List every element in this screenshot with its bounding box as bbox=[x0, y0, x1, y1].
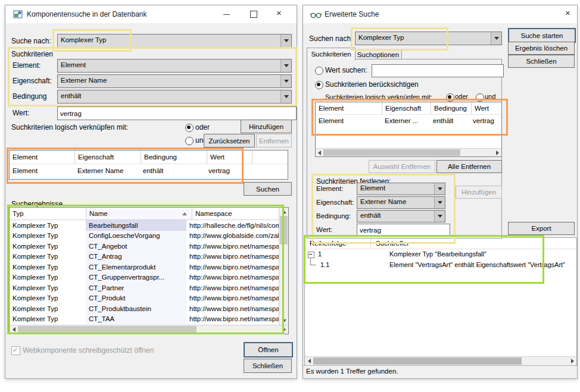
radio-suchkriterien-beruecksichtigen[interactable] bbox=[315, 81, 323, 89]
scroll-right-icon[interactable] bbox=[494, 149, 501, 156]
close-icon[interactable]: × bbox=[565, 8, 570, 18]
results-table[interactable]: Typ Name Namespace Komplexer TypBearbeit… bbox=[9, 207, 289, 334]
schliessen-button[interactable]: Schließen bbox=[508, 55, 575, 68]
table-row[interactable]: Komplexer TypConfigLoescheVorganghttp://… bbox=[10, 231, 279, 242]
tab-suchkriterien[interactable]: Suchkriterien bbox=[307, 48, 356, 60]
criteria-col-wert[interactable]: Wert bbox=[472, 102, 501, 114]
table-row[interactable]: Komplexer TypCT_Produktbausteinhttp://ww… bbox=[10, 303, 279, 314]
chevron-down-icon[interactable] bbox=[491, 32, 501, 45]
hinzufuegen-button[interactable]: Hinzufügen bbox=[456, 186, 502, 199]
criteria-col-eigenschaft[interactable]: Eigenschaft bbox=[382, 102, 431, 114]
chevron-down-icon[interactable] bbox=[434, 211, 445, 222]
table-row[interactable]: Komplexer TypCT_TAAhttp://www.bipro.net/… bbox=[10, 314, 279, 325]
schliessen-button[interactable]: Schließen bbox=[244, 359, 292, 373]
radio-und[interactable] bbox=[185, 137, 194, 145]
element-combo[interactable]: Element bbox=[57, 59, 292, 73]
chevron-down-icon[interactable] bbox=[280, 35, 291, 47]
criteria-col-wert[interactable]: Wert bbox=[207, 150, 252, 164]
suchen-nach-combo[interactable]: Komplexer Typ bbox=[355, 32, 502, 45]
wert-input[interactable] bbox=[57, 106, 297, 120]
ergebnis-loeschen-button[interactable]: Ergebnis löschen bbox=[508, 42, 575, 55]
criteria-col-bedingung[interactable]: Bedingung bbox=[141, 150, 207, 164]
bedingung-combo[interactable]: enthält bbox=[357, 210, 445, 222]
bedingung-combo[interactable]: enthält bbox=[57, 90, 292, 104]
col-reihenfolge[interactable]: Reihenfolge bbox=[305, 238, 371, 249]
table-row[interactable]: Komplexer TypCT_Gruppenvertragspr...http… bbox=[10, 272, 279, 283]
criteria-row[interactable]: Element Externer Name enthält vertrag bbox=[10, 164, 288, 177]
criteria-col-bedingung[interactable]: Bedingung bbox=[431, 102, 472, 114]
zuruecksetzen-button[interactable]: Zurücksetzen bbox=[204, 134, 255, 148]
wert-suchen-input[interactable] bbox=[372, 64, 504, 77]
table-row[interactable]: Komplexer TypCT_Partnerhttp://www.bipro.… bbox=[10, 283, 279, 293]
eigenschaft-combo[interactable]: Externer Name bbox=[57, 74, 292, 88]
criteria-table[interactable]: Element Eigenschaft Bedingung Wert Eleme… bbox=[9, 150, 288, 180]
scroll-down-icon[interactable] bbox=[279, 316, 288, 325]
export-button[interactable]: Export bbox=[508, 222, 575, 235]
cell-namespace: http://www.bipro.net/namespace/ bbox=[186, 314, 279, 325]
results-col-name[interactable]: Name bbox=[86, 208, 192, 219]
criteria-col-element[interactable]: Element bbox=[316, 102, 382, 114]
hscroll-thumb[interactable] bbox=[18, 326, 197, 333]
col-suchtreffer[interactable]: Suchtreffer bbox=[371, 238, 576, 249]
radio-wert-suchen[interactable] bbox=[315, 67, 323, 75]
criteria-table[interactable]: Element Eigenschaft Bedingung Wert Eleme… bbox=[315, 102, 502, 157]
element-value: Element bbox=[357, 183, 434, 195]
vertical-scrollbar[interactable] bbox=[279, 208, 288, 325]
criteria-col-element[interactable]: Element bbox=[10, 150, 75, 164]
suche-starten-button[interactable]: Suche starten bbox=[508, 28, 576, 43]
result-order: 1.1 bbox=[320, 261, 329, 268]
readonly-checkbox[interactable] bbox=[11, 346, 20, 355]
scroll-right-icon[interactable] bbox=[568, 357, 576, 365]
cell-name: CT_Antrag bbox=[86, 252, 186, 262]
table-row[interactable]: Komplexer TypCT_Produkthttp://www.bipro.… bbox=[10, 293, 279, 304]
scroll-left-icon[interactable] bbox=[305, 357, 313, 365]
scroll-left-icon[interactable] bbox=[316, 149, 323, 156]
table-row[interactable]: Komplexer TypCT_Antraghttp://www.bipro.n… bbox=[10, 252, 279, 262]
result-tree[interactable]: Reihenfolge Suchtreffer 1 Komplexer Typ … bbox=[304, 237, 577, 366]
hscroll-thumb[interactable] bbox=[323, 149, 460, 156]
results-col-namespace[interactable]: Namespace bbox=[192, 208, 279, 219]
result-row[interactable]: 1 Komplexer Typ "Bearbeitungsfall" bbox=[305, 249, 576, 260]
scroll-right-icon[interactable] bbox=[280, 325, 288, 334]
cell-name: CT_Produktbaustein bbox=[86, 303, 186, 314]
element-combo[interactable]: Element bbox=[357, 183, 445, 195]
vscroll-thumb[interactable] bbox=[280, 216, 288, 244]
horizontal-scrollbar[interactable] bbox=[305, 356, 576, 365]
hscroll-thumb[interactable] bbox=[313, 357, 522, 365]
result-text: Element "VertragsArt" enthält Eigenschaf… bbox=[389, 261, 565, 268]
chevron-down-icon[interactable] bbox=[434, 183, 445, 195]
radio-oder[interactable] bbox=[446, 93, 454, 102]
criteria-col-eigenschaft[interactable]: Eigenschaft bbox=[75, 150, 141, 164]
chevron-down-icon[interactable] bbox=[280, 90, 291, 103]
horizontal-scrollbar[interactable] bbox=[316, 148, 501, 156]
eigenschaft-combo[interactable]: Externer Name bbox=[357, 196, 445, 209]
suchen-button[interactable]: Suchen bbox=[244, 182, 292, 196]
results-col-typ[interactable]: Typ bbox=[10, 208, 86, 219]
table-row[interactable]: Komplexer TypCT_Angebothttp://www.bipro.… bbox=[10, 241, 279, 252]
maximize-icon[interactable] bbox=[250, 11, 257, 18]
horizontal-scrollbar[interactable] bbox=[10, 325, 288, 334]
alle-entfernen-button[interactable]: Alle Entfernen bbox=[436, 160, 502, 173]
suche-nach-combo[interactable]: Komplexer Typ bbox=[57, 34, 292, 48]
scroll-left-icon[interactable] bbox=[10, 325, 18, 334]
radio-und[interactable] bbox=[476, 93, 484, 102]
cell-typ: Komplexer Typ bbox=[10, 272, 86, 283]
sort-ascending-icon bbox=[182, 212, 187, 215]
close-icon[interactable]: × bbox=[276, 8, 282, 18]
radio-oder[interactable] bbox=[185, 124, 194, 132]
chevron-down-icon[interactable] bbox=[434, 197, 445, 208]
wert-label: Wert: bbox=[13, 109, 29, 117]
entfernen-button[interactable]: Entfernen bbox=[256, 134, 292, 148]
oeffnen-button[interactable]: Öffnen bbox=[244, 342, 293, 357]
table-row[interactable]: Komplexer TypBearbeitungsfallhttp://hall… bbox=[10, 220, 279, 231]
table-row[interactable]: Komplexer TypCT_Elementarprodukthttp://w… bbox=[10, 262, 279, 272]
hinzufuegen-button[interactable]: Hinzufügen bbox=[241, 120, 292, 133]
criteria-row[interactable]: Element Externer ... enthält vertrag bbox=[316, 115, 501, 127]
result-row[interactable]: 1.1 Element "VertragsArt" enthält Eigens… bbox=[305, 260, 576, 271]
chevron-down-icon[interactable] bbox=[280, 59, 291, 72]
chevron-down-icon[interactable] bbox=[280, 75, 291, 87]
minimize-icon[interactable] bbox=[223, 14, 230, 15]
auswahl-entfernen-button[interactable]: Auswahl Entfernen bbox=[369, 160, 435, 173]
scroll-up-icon[interactable] bbox=[279, 208, 288, 216]
wert-input[interactable] bbox=[357, 224, 450, 236]
